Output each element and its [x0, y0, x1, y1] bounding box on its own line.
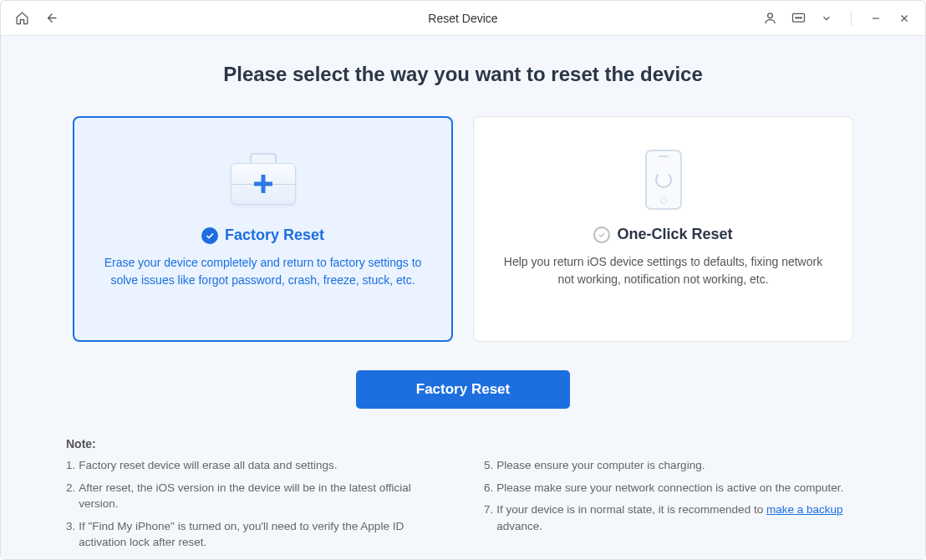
- card-description: Erase your device completely and return …: [98, 254, 428, 289]
- check-icon: [593, 227, 610, 243]
- note-item: 3. If "Find My iPhone" is turned on, you…: [66, 518, 442, 551]
- notes-section: Note: 1.Factory reset device will erase …: [66, 437, 860, 559]
- note-item: 6. Please make sure your network connect…: [484, 480, 860, 496]
- medkit-icon: [221, 143, 305, 218]
- card-title: Factory Reset: [225, 227, 324, 244]
- page-heading: Please select the way you want to reset …: [66, 63, 860, 86]
- back-icon[interactable]: [44, 11, 59, 26]
- svg-point-3: [797, 17, 798, 18]
- card-description: Help you return iOS device settings to d…: [497, 253, 829, 288]
- close-icon[interactable]: [897, 11, 912, 26]
- note-item: 4. Please ensure that your device is ful…: [66, 557, 442, 559]
- svg-point-0: [767, 13, 772, 18]
- window-title: Reset Device: [428, 12, 497, 25]
- make-backup-link[interactable]: make a backup: [766, 503, 843, 516]
- user-icon[interactable]: [762, 11, 777, 26]
- note-item: 2.After reset, the iOS version in the de…: [66, 480, 442, 512]
- card-title: One-Click Reset: [617, 226, 732, 243]
- minimize-icon[interactable]: [868, 11, 883, 26]
- card-one-click-reset[interactable]: One-Click Reset Help you return iOS devi…: [473, 116, 853, 342]
- note-item: 7. If your device is in normal state, it…: [484, 501, 860, 534]
- card-factory-reset[interactable]: Factory Reset Erase your device complete…: [73, 116, 453, 342]
- feedback-icon[interactable]: [791, 11, 806, 26]
- home-icon[interactable]: [14, 11, 29, 26]
- note-item: 5. Please ensure your computer is chargi…: [484, 457, 860, 474]
- note-item: 1.Factory reset device will erase all da…: [66, 457, 442, 474]
- check-icon: [201, 227, 218, 244]
- svg-point-2: [796, 17, 796, 18]
- separator: [851, 11, 852, 26]
- notes-title: Note:: [66, 437, 860, 451]
- phone-sync-icon: [622, 142, 705, 217]
- factory-reset-button[interactable]: Factory Reset: [356, 370, 570, 409]
- chevron-down-icon[interactable]: [819, 11, 834, 26]
- svg-point-4: [800, 17, 801, 18]
- titlebar: Reset Device: [1, 1, 925, 36]
